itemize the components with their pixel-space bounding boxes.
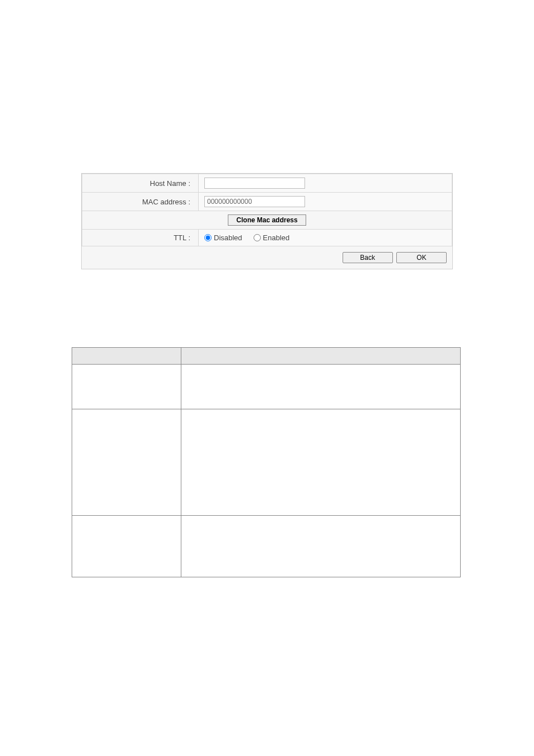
settings-form-panel: Host Name : MAC address : Clone Mac addr… <box>81 173 453 269</box>
host-name-cell <box>199 174 452 193</box>
desc-desc-mac <box>181 409 461 516</box>
desc-header-row <box>72 348 461 365</box>
ttl-disabled-option[interactable]: Disabled <box>204 234 242 242</box>
desc-header-item <box>72 348 181 365</box>
host-name-row: Host Name : <box>82 174 452 193</box>
desc-header-desc <box>181 348 461 365</box>
action-button-row: Back OK <box>82 246 452 269</box>
ttl-disabled-radio[interactable] <box>204 234 212 241</box>
ttl-enabled-label: Enabled <box>263 234 290 242</box>
mac-address-cell <box>199 193 452 211</box>
ttl-enabled-option[interactable]: Enabled <box>254 234 290 242</box>
desc-desc-host <box>181 365 461 409</box>
desc-desc-ttl <box>181 516 461 577</box>
mac-address-input[interactable] <box>204 196 305 207</box>
desc-row-ttl <box>72 516 461 577</box>
desc-item-ttl <box>72 516 181 577</box>
desc-row-host <box>72 365 461 409</box>
ttl-enabled-radio[interactable] <box>254 234 261 241</box>
desc-item-host <box>72 365 181 409</box>
settings-table: Host Name : MAC address : Clone Mac addr… <box>82 174 452 246</box>
mac-address-row: MAC address : <box>82 193 452 211</box>
mac-address-label: MAC address : <box>82 193 199 211</box>
ttl-label: TTL : <box>82 230 199 246</box>
ttl-radio-group: Disabled Enabled <box>204 234 447 242</box>
desc-row-mac <box>72 409 461 516</box>
ok-button[interactable]: OK <box>396 252 447 263</box>
clone-mac-row: Clone Mac address <box>82 211 452 230</box>
ttl-cell: Disabled Enabled <box>199 230 452 246</box>
description-table <box>72 347 461 577</box>
desc-item-mac <box>72 409 181 516</box>
back-button[interactable]: Back <box>343 252 393 263</box>
clone-mac-cell: Clone Mac address <box>82 211 452 230</box>
ttl-row: TTL : Disabled Enabled <box>82 230 452 246</box>
host-name-label: Host Name : <box>82 174 199 193</box>
host-name-input[interactable] <box>204 178 305 189</box>
clone-mac-button[interactable]: Clone Mac address <box>228 214 306 226</box>
ttl-disabled-label: Disabled <box>214 234 242 242</box>
